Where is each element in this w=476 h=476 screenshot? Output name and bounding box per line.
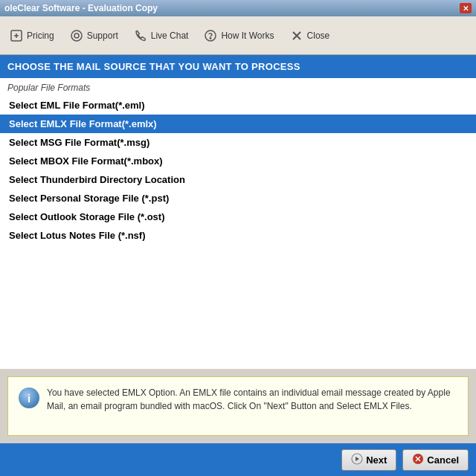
svg-point-3 (71, 30, 82, 41)
pricing-label: Pricing (27, 30, 54, 41)
section-header: CHOOSE THE MAIL SOURCE THAT YOU WANT TO … (0, 55, 476, 78)
title-close-button[interactable]: ✕ (460, 3, 472, 13)
formats-list: Popular File Formats Select EML File For… (0, 78, 476, 369)
phone-icon (133, 28, 148, 43)
toolbar: Pricing Support Live Chat How It (0, 16, 476, 55)
format-msg[interactable]: Select MSG File Format(*.msg) (0, 133, 476, 152)
svg-marker-10 (356, 457, 359, 461)
format-nsf[interactable]: Select Lotus Notes File (*.nsf) (0, 226, 476, 245)
how-it-works-label: How It Works (221, 30, 274, 41)
cancel-label: Cancel (427, 454, 459, 466)
info-text: You have selected EMLX Option. An EMLX f… (47, 386, 457, 413)
live-chat-label: Live Chat (151, 30, 189, 41)
format-eml[interactable]: Select EML File Format(*.eml) (0, 96, 476, 115)
support-icon (69, 28, 84, 43)
close-toolbar-button[interactable]: Close (283, 21, 336, 51)
support-label: Support (87, 30, 118, 41)
close-icon (289, 28, 304, 43)
cancel-button[interactable]: Cancel (402, 449, 469, 471)
next-icon (351, 453, 363, 467)
formats-group-label: Popular File Formats (0, 78, 476, 96)
bottom-bar: Next Cancel (0, 443, 476, 476)
format-emlx[interactable]: Select EMLX File Format(*.emlx) (0, 115, 476, 133)
format-thunderbird[interactable]: Select Thunderbird Directory Location (0, 170, 476, 189)
live-chat-button[interactable]: Live Chat (127, 21, 195, 51)
question-icon (203, 28, 218, 43)
main-content: CHOOSE THE MAIL SOURCE THAT YOU WANT TO … (0, 55, 476, 443)
title-text: oleClear Software - Evaluation Copy (4, 3, 158, 13)
format-pst[interactable]: Select Personal Storage File (*.pst) (0, 189, 476, 208)
svg-point-6 (210, 37, 211, 38)
pricing-icon (9, 28, 24, 43)
svg-point-4 (74, 33, 79, 38)
title-bar: oleClear Software - Evaluation Copy ✕ (0, 0, 476, 16)
format-ost[interactable]: Select Outlook Storage File (*.ost) (0, 208, 476, 226)
cancel-icon (412, 453, 424, 467)
info-box: i You have selected EMLX Option. An EMLX… (7, 376, 469, 436)
next-label: Next (366, 454, 387, 466)
format-mbox[interactable]: Select MBOX File Format(*.mbox) (0, 152, 476, 170)
next-button[interactable]: Next (341, 449, 396, 471)
close-label: Close (307, 30, 330, 41)
support-button[interactable]: Support (63, 21, 124, 51)
info-icon: i (19, 387, 39, 408)
pricing-button[interactable]: Pricing (3, 21, 60, 51)
how-it-works-button[interactable]: How It Works (197, 21, 280, 51)
